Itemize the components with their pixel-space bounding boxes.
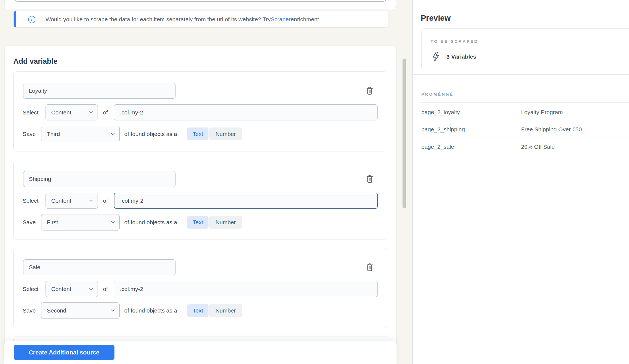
- type-toggle-number[interactable]: Number: [209, 304, 242, 317]
- type-toggle-text[interactable]: Text: [187, 128, 208, 140]
- divider: [413, 74, 629, 75]
- variable-name-input[interactable]: Sale: [23, 259, 176, 275]
- save-label: Save: [23, 214, 36, 230]
- chevron-down-icon: [89, 199, 93, 202]
- variable-name-input[interactable]: Shipping: [23, 171, 176, 187]
- css-selector-input[interactable]: .col.my-2: [114, 281, 378, 297]
- previous-section-input[interactable]: [14, 0, 386, 2]
- variable-key: page_2_shipping: [421, 125, 465, 134]
- type-toggle-text[interactable]: Text: [187, 216, 208, 229]
- chevron-down-icon: [89, 288, 93, 290]
- select-type-dropdown[interactable]: Content: [46, 281, 98, 297]
- variable-value: Free Shipping Over €50: [521, 125, 582, 134]
- css-selector-input[interactable]: .col.my-2: [114, 193, 378, 209]
- variable-value: 20% Off Sale: [521, 143, 555, 151]
- banner-text-before: Would you like to scrape the data for ea…: [46, 16, 271, 23]
- select-label: Select: [23, 193, 38, 209]
- variables-count: 3 Variables: [446, 53, 476, 60]
- type-toggle-number[interactable]: Number: [209, 128, 242, 140]
- type-toggle-text[interactable]: Text: [187, 304, 208, 317]
- select-label: Select: [23, 104, 38, 121]
- panel-divider: [412, 0, 413, 364]
- type-toggle-number[interactable]: Number: [209, 216, 242, 229]
- variable-value: Loyalty Program: [521, 108, 563, 116]
- css-selector-input[interactable]: .col.my-2: [114, 104, 378, 120]
- chevron-down-icon: [111, 221, 115, 224]
- chevron-down-icon: [89, 111, 93, 114]
- create-additional-source-button[interactable]: Create Additional source: [14, 345, 114, 360]
- trash-icon: [366, 175, 373, 183]
- variable-name-input[interactable]: Loyalty: [23, 83, 176, 99]
- chevron-down-icon: [111, 310, 115, 312]
- select-label: Select: [23, 281, 38, 297]
- of-label: of: [103, 104, 108, 121]
- found-objects-label: of found objects as a: [124, 126, 177, 142]
- banner-accent-bar: [14, 11, 16, 27]
- delete-variable-button[interactable]: [365, 174, 374, 184]
- page-title: Add variable: [13, 57, 58, 66]
- delete-variable-button[interactable]: [365, 262, 374, 272]
- scrollbar-thumb[interactable]: [403, 59, 406, 208]
- chevron-down-icon: [111, 133, 115, 135]
- found-objects-label: of found objects as a: [124, 302, 177, 319]
- save-label: Save: [23, 126, 36, 142]
- variable-card: Sale Select Content of .col.my-2 Save Se…: [13, 248, 387, 328]
- variable-key: page_2_loyalty: [421, 108, 460, 116]
- lightning-bolt-icon: [433, 52, 439, 61]
- select-type-dropdown[interactable]: Content: [46, 104, 98, 120]
- variable-key: page_2_sale: [421, 143, 454, 151]
- of-label: of: [103, 193, 108, 209]
- footer-bar: Create Additional source: [4, 341, 397, 364]
- table-divider: [421, 121, 629, 121]
- of-label: of: [103, 281, 108, 297]
- banner-text-after: enrichment: [291, 16, 319, 23]
- variables-section-label: PROMĚNNÉ: [421, 92, 454, 96]
- table-divider: [421, 102, 629, 103]
- order-dropdown[interactable]: Third: [41, 126, 120, 142]
- trash-icon: [366, 263, 373, 272]
- table-divider: [421, 138, 629, 138]
- info-icon: i: [28, 16, 35, 23]
- variable-card: Shipping Select Content of .col.my-2 Sav…: [13, 160, 387, 240]
- order-dropdown[interactable]: First: [41, 214, 120, 230]
- trash-icon: [366, 87, 373, 95]
- delete-variable-button[interactable]: [365, 86, 374, 96]
- to-be-scraped-label: TO BE SCRAPED: [431, 39, 478, 44]
- select-type-dropdown[interactable]: Content: [46, 193, 98, 209]
- banner-text: Would you like to scrape the data for ea…: [46, 11, 319, 28]
- found-objects-label: of found objects as a: [124, 214, 177, 230]
- variable-card: Loyalty Select Content of .col.my-2 Save…: [13, 71, 387, 151]
- preview-title: Preview: [421, 14, 451, 23]
- to-be-scraped-card: TO BE SCRAPED 3 Variables: [421, 28, 629, 71]
- save-label: Save: [23, 302, 36, 319]
- order-dropdown[interactable]: Second: [41, 302, 120, 319]
- scraper-link[interactable]: Scraper: [271, 16, 291, 23]
- info-banner: i Would you like to scrape the data for …: [13, 11, 388, 28]
